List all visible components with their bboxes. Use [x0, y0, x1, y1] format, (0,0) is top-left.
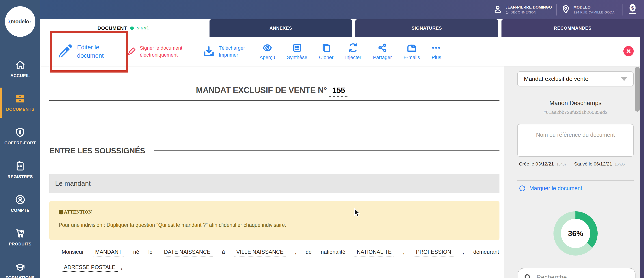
- merge-field[interactable]: VILLE NAISSANCE: [234, 249, 286, 256]
- paragraph-text: né: [133, 249, 139, 255]
- location-pin-icon: [561, 5, 570, 15]
- section-heading: ENTRE LES SOUSSIGNÉS: [49, 146, 145, 155]
- merge-field[interactable]: DATE NAISSANCE: [162, 249, 213, 256]
- created-date: 03/12/21: [536, 161, 554, 166]
- document-number-field[interactable]: 155: [329, 86, 348, 97]
- download-print-button[interactable]: Télécharger Imprimer: [202, 45, 248, 59]
- search-input[interactable]: Recherche: [518, 268, 636, 278]
- close-icon: [626, 49, 631, 54]
- sync-icon: [348, 43, 358, 53]
- merge-field[interactable]: NATIONALITE: [354, 249, 394, 256]
- template-select[interactable]: Mandat exclusif de vente: [517, 71, 634, 86]
- edit-document-button[interactable]: Editer le document: [56, 43, 113, 60]
- topbar-divider: [556, 4, 557, 16]
- saved-date: 06/12/21: [594, 161, 612, 166]
- topbar-right: JEAN-PIERRE DOMINGO DÉCONNEXION MODELO 1…: [493, 0, 638, 19]
- more-button[interactable]: ••• Plus: [432, 43, 441, 60]
- title-divider: [49, 100, 500, 101]
- agency-address: 124 RUE CAMILLE GODA...: [574, 10, 618, 14]
- progress-donut: 36%: [554, 211, 598, 255]
- panel-divider: [517, 180, 634, 181]
- paragraph-text: le: [148, 249, 152, 255]
- merge-field[interactable]: MANDANT: [93, 249, 124, 256]
- paragraph-text: ,: [403, 249, 405, 255]
- paragraph-text: de: [306, 249, 312, 255]
- signed-status-label: SIGNÉ: [137, 26, 149, 30]
- billing-icon[interactable]: $: [627, 4, 638, 16]
- document-name-input[interactable]: Nom ou référence du document: [517, 124, 634, 157]
- created-time: 15h37: [556, 162, 566, 166]
- mark-document-toggle[interactable]: Marquer le document: [520, 185, 582, 192]
- info-icon: i: [59, 210, 64, 214]
- sidebar-item-coffre-fort[interactable]: COFFRE-FORT: [0, 119, 40, 153]
- document-id: #61aa2bb728f82d1b260859d2: [517, 110, 634, 115]
- sidebar-item-registres[interactable]: REGISTRES: [0, 153, 40, 187]
- tab-annexes[interactable]: ANNEXES: [210, 19, 352, 37]
- sign-document-button[interactable]: Signer le document électroniquement: [126, 45, 194, 59]
- download-icon: [202, 45, 215, 58]
- tab-recommandes[interactable]: RECOMMANDÉS: [502, 19, 644, 37]
- user-name: JEAN-PIERRE DOMINGO: [505, 5, 552, 10]
- user-menu[interactable]: JEAN-PIERRE DOMINGO DÉCONNEXION: [493, 5, 552, 15]
- warning-text: Pour une indivision : Dupliquer la quest…: [59, 222, 490, 228]
- list-icon: [292, 43, 302, 53]
- sidebar-nav: ACCUEIL DOCUMENTS COFFRE-FORT REGISTRES …: [0, 52, 40, 278]
- inject-button[interactable]: Injecter: [345, 43, 361, 60]
- ellipsis-icon: •••: [432, 43, 441, 53]
- power-icon: [505, 11, 509, 14]
- signed-status-dot: [130, 27, 134, 30]
- paragraph-text: à: [222, 249, 225, 255]
- brand-logo-text: ∕∖modelo.fr: [9, 19, 31, 25]
- sidebar-item-compte[interactable]: COMPTE: [0, 187, 40, 220]
- emails-button[interactable]: E-mails: [404, 43, 420, 60]
- logout-link[interactable]: DÉCONNEXION: [505, 10, 552, 14]
- close-button[interactable]: [624, 46, 634, 56]
- chevron-down-icon: [621, 77, 628, 81]
- topbar-divider: [622, 4, 622, 16]
- warning-title: iATTENTION: [59, 209, 490, 215]
- synthesis-button[interactable]: Synthèse: [287, 43, 308, 60]
- user-icon: [493, 5, 502, 15]
- sidebar-item-documents[interactable]: DOCUMENTS: [0, 86, 40, 119]
- client-name: Marion Deschamps: [517, 100, 634, 107]
- document-dates: Créé le 03/12/21 15h37 Sauvé le 06/12/21…: [504, 161, 640, 167]
- brand-logo[interactable]: ∕∖modelo.fr: [5, 6, 36, 37]
- clipboard-icon: [15, 161, 25, 171]
- warning-box: iATTENTION Pour une indivision : Dupliqu…: [49, 201, 500, 240]
- drawers-icon: [15, 93, 25, 104]
- sign-pen-icon: [126, 47, 136, 57]
- sidebar-item-formations[interactable]: FORMATIONS: [0, 254, 40, 278]
- document-paragraph: MonsieurMANDANTnéleDATE NAISSANCEàVILLE …: [62, 249, 499, 278]
- agency-menu[interactable]: MODELO 124 RUE CAMILLE GODA...: [561, 5, 618, 15]
- paragraph-text: Monsieur: [62, 249, 84, 255]
- shield-icon: [15, 127, 25, 137]
- search-placeholder: Recherche: [536, 274, 567, 278]
- paragraph-text: ,: [463, 249, 464, 255]
- brand-logo-icon: ∕∖: [9, 19, 11, 25]
- clone-button[interactable]: Cloner: [319, 43, 334, 60]
- agency-name: MODELO: [574, 5, 618, 10]
- tab-document[interactable]: DOCUMENT SIGNÉ: [40, 19, 206, 37]
- copy-icon: [321, 43, 331, 53]
- merge-field[interactable]: ADRESSE POSTALE: [62, 264, 118, 272]
- scrollbar-track: [640, 19, 644, 278]
- tab-signatures[interactable]: SIGNATURES: [356, 19, 498, 37]
- document-info-panel: Mandat exclusif de vente Marion Deschamp…: [504, 66, 640, 278]
- document-title: MANDAT EXCLUSIF DE VENTE N°155: [40, 86, 504, 95]
- radio-circle-icon: [520, 186, 525, 191]
- scrollbar-thumb[interactable]: [635, 67, 640, 112]
- preview-button[interactable]: Aperçu: [260, 43, 275, 60]
- share-icon: [378, 43, 388, 53]
- share-button[interactable]: Partager: [373, 43, 392, 60]
- person-circle-icon: [15, 194, 25, 205]
- home-icon: [15, 60, 25, 70]
- paragraph-text: ,: [295, 249, 296, 255]
- sidebar-item-produits[interactable]: PRODUITS: [0, 220, 40, 254]
- progress-value: 36%: [561, 219, 590, 248]
- sidebar-item-accueil[interactable]: ACCUEIL: [0, 52, 40, 86]
- svg-text:$: $: [631, 5, 634, 11]
- document-content: MANDAT EXCLUSIF DE VENTE N°155 ENTRE LES…: [40, 66, 504, 278]
- subsection-band[interactable]: Le mandant: [49, 174, 500, 193]
- merge-field[interactable]: PROFESSION: [414, 249, 453, 256]
- tab-bar: DOCUMENT SIGNÉ ANNEXES SIGNATURES RECOMM…: [40, 19, 644, 37]
